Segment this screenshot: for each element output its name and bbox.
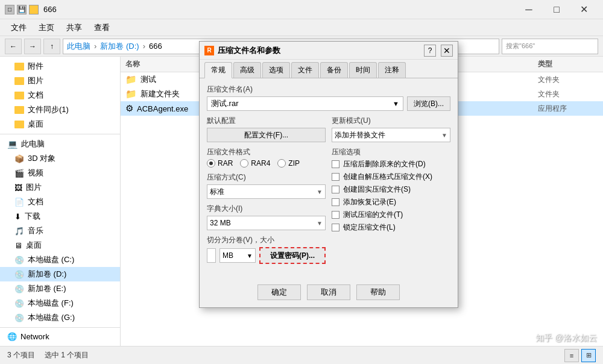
volume-unit-value: MB — [223, 251, 233, 260]
dict-arrow: ▼ — [317, 220, 323, 227]
dialog-title: 压缩文件名和参数 — [218, 45, 420, 56]
radio-rar[interactable]: RAR — [207, 159, 233, 168]
option-lock-check — [332, 224, 339, 231]
volume-input[interactable] — [207, 248, 216, 263]
archive-name-row: 压缩文件名(A) 测试.rar ▼ 浏览(B)... — [207, 84, 450, 111]
dict-value: 32 MB — [210, 219, 231, 227]
option-recovery[interactable]: 添加恢复记录(E) — [332, 197, 450, 207]
dialog-title-bar: R 压缩文件名和参数 ? ✕ — [200, 42, 458, 60]
radio-rar-dot — [207, 159, 215, 168]
ok-button[interactable]: 确定 — [257, 284, 301, 300]
tab-options[interactable]: 选项 — [262, 62, 290, 78]
format-col: 压缩文件格式 RAR RAR4 ZIP — [207, 147, 326, 269]
update-mode-col: 更新模式(U) 添加并替换文件 ▼ — [332, 116, 450, 142]
update-mode-arrow: ▼ — [441, 132, 447, 139]
option-solid-label: 创建固实压缩文件(S) — [343, 184, 411, 195]
option-test-check — [332, 211, 339, 219]
option-delete-after-check — [332, 160, 339, 168]
tab-normal[interactable]: 常规 — [204, 62, 232, 78]
options-col: 压缩选项 压缩后删除原来的文件(D) 创建自解压格式压缩文件(X) 创建固 — [332, 147, 450, 269]
set-password-button[interactable]: 设置密码(P)... — [259, 247, 326, 264]
tab-comment[interactable]: 注释 — [378, 62, 406, 78]
default-config-label: 默认配置 — [207, 116, 326, 126]
option-sfx[interactable]: 创建自解压格式压缩文件(X) — [332, 172, 450, 182]
radio-rar-label: RAR — [218, 159, 233, 168]
dialog-overlay: R 压缩文件名和参数 ? ✕ 常规 高级 选项 文件 备份 时间 注释 压缩文件… — [0, 0, 603, 364]
radio-zip-label: ZIP — [288, 159, 300, 168]
option-test[interactable]: 测试压缩的文件(T) — [332, 210, 450, 220]
dict-row: 字典大小(I) 32 MB ▼ — [207, 204, 326, 230]
volume-input-row: MB ▼ 设置密码(P)... — [207, 247, 326, 264]
option-recovery-check — [332, 198, 339, 206]
update-mode-select[interactable]: 添加并替换文件 ▼ — [332, 128, 450, 142]
options-label: 压缩选项 — [332, 147, 450, 157]
format-label: 压缩文件格式 — [207, 147, 326, 157]
option-delete-after[interactable]: 压缩后删除原来的文件(D) — [332, 159, 450, 169]
dict-select[interactable]: 32 MB ▼ — [207, 216, 326, 230]
cancel-button[interactable]: 取消 — [307, 284, 350, 300]
method-select[interactable]: 标准 ▼ — [207, 184, 326, 199]
radio-rar4-label: RAR4 — [251, 159, 270, 168]
dialog-body: 压缩文件名(A) 测试.rar ▼ 浏览(B)... 默认配置 配置文件(F).… — [200, 78, 458, 280]
option-recovery-label: 添加恢复记录(E) — [343, 197, 396, 207]
dialog-close-button[interactable]: ✕ — [441, 45, 453, 57]
tab-files[interactable]: 文件 — [291, 62, 319, 78]
volume-row: 切分为分卷(V)，大小 MB ▼ 设置密码(P)... — [207, 235, 326, 264]
method-arrow: ▼ — [317, 189, 323, 195]
radio-rar4[interactable]: RAR4 — [240, 159, 270, 168]
option-solid[interactable]: 创建固实压缩文件(S) — [332, 184, 450, 195]
rar-dialog: R 压缩文件名和参数 ? ✕ 常规 高级 选项 文件 备份 时间 注释 压缩文件… — [199, 41, 458, 308]
default-config-col: 默认配置 配置文件(F)... — [207, 116, 326, 142]
dialog-footer: 确定 取消 帮助 — [200, 280, 458, 307]
archive-name-label: 压缩文件名(A) — [207, 84, 450, 95]
help-button[interactable]: 帮助 — [356, 284, 400, 300]
tab-backup[interactable]: 备份 — [320, 62, 348, 78]
option-solid-check — [332, 186, 339, 193]
format-options-row: 压缩文件格式 RAR RAR4 ZIP — [207, 147, 450, 269]
method-label: 压缩方式(C) — [207, 172, 326, 183]
options-checkbox-list: 压缩后删除原来的文件(D) 创建自解压格式压缩文件(X) 创建固实压缩文件(S) — [332, 159, 450, 233]
radio-rar4-dot — [240, 159, 248, 168]
option-lock-label: 锁定压缩文件(L) — [343, 222, 396, 233]
option-sfx-check — [332, 173, 339, 181]
radio-zip-dot — [277, 159, 286, 168]
config-update-row: 默认配置 配置文件(F)... 更新模式(U) 添加并替换文件 ▼ — [207, 116, 450, 142]
archive-name-input-group: 测试.rar ▼ 浏览(B)... — [207, 96, 450, 111]
dialog-tabs: 常规 高级 选项 文件 备份 时间 注释 — [200, 60, 458, 78]
config-file-button[interactable]: 配置文件(F)... — [207, 128, 326, 142]
method-value: 标准 — [210, 187, 224, 197]
volume-label: 切分为分卷(V)，大小 — [207, 235, 326, 245]
tab-advanced[interactable]: 高级 — [233, 62, 261, 78]
tab-time[interactable]: 时间 — [349, 62, 377, 78]
option-lock[interactable]: 锁定压缩文件(L) — [332, 222, 450, 233]
option-test-label: 测试压缩的文件(T) — [343, 210, 403, 220]
archive-name-input[interactable]: 测试.rar ▼ — [207, 96, 403, 111]
browse-button[interactable]: 浏览(B)... — [407, 96, 450, 111]
radio-zip[interactable]: ZIP — [277, 159, 300, 168]
option-delete-after-label: 压缩后删除原来的文件(D) — [343, 159, 426, 169]
format-radio-group: RAR RAR4 ZIP — [207, 159, 326, 168]
archive-name-value: 测试.rar — [211, 98, 239, 109]
dropdown-arrow: ▼ — [393, 100, 399, 107]
option-sfx-label: 创建自解压格式压缩文件(X) — [343, 172, 432, 182]
volume-unit[interactable]: MB ▼ — [219, 248, 256, 263]
method-row: 压缩方式(C) 标准 ▼ — [207, 172, 326, 199]
update-mode-label: 更新模式(U) — [332, 116, 450, 126]
volume-unit-arrow: ▼ — [247, 253, 253, 259]
rar-icon: R — [204, 46, 214, 55]
dialog-help-button[interactable]: ? — [424, 45, 436, 57]
update-mode-value: 添加并替换文件 — [335, 130, 385, 140]
dict-label: 字典大小(I) — [207, 204, 326, 214]
